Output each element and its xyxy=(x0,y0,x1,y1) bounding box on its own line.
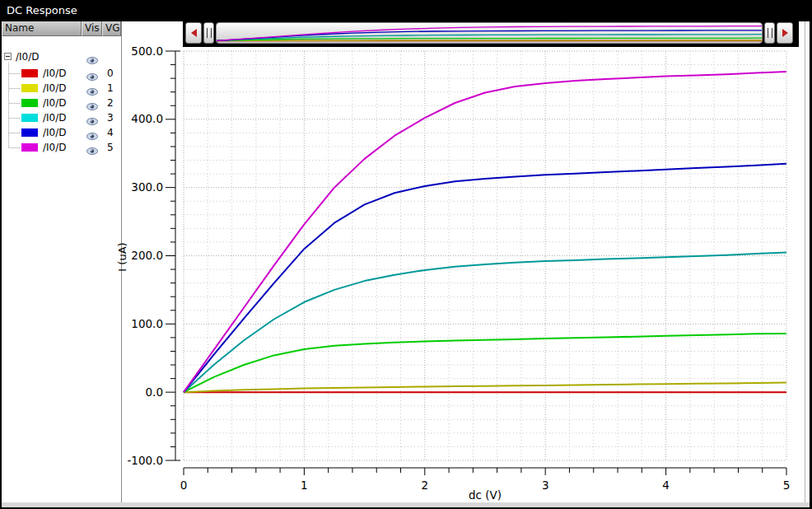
scroll-left-grip[interactable] xyxy=(203,22,214,44)
pane-right-margin xyxy=(805,21,810,502)
pan-overview-thumbnail[interactable] xyxy=(216,22,763,44)
signal-name[interactable]: /I0/D xyxy=(43,112,67,124)
x-tick-label: 1 xyxy=(301,479,308,492)
plot-pane: 500.0400.0300.0200.0100.00.0-100.0012345… xyxy=(122,21,805,502)
tree-connector xyxy=(9,133,20,133)
y-tick-label: 0.0 xyxy=(146,385,163,399)
signal-row[interactable]: /I0/D 3 xyxy=(2,110,121,125)
signal-name[interactable]: /I0/D xyxy=(43,68,67,79)
curve-vgs-4[interactable] xyxy=(184,164,786,393)
waveform-plot: 500.0400.0300.0200.0100.00.0-100.0012345… xyxy=(122,47,805,502)
window-title: DC Response xyxy=(0,0,812,21)
signal-group-name[interactable]: /I0/D xyxy=(16,51,40,63)
x-tick-label: 5 xyxy=(783,479,791,492)
color-swatch[interactable] xyxy=(21,84,38,92)
dc-response-window: DC Response Name Vis VGS /I0/D xyxy=(0,0,812,509)
vgs-value: 4 xyxy=(107,127,114,138)
color-swatch[interactable] xyxy=(21,128,38,137)
x-tick-label: 0 xyxy=(180,479,188,492)
vgs-value: 2 xyxy=(107,97,114,109)
x-tick-label: 2 xyxy=(422,479,429,492)
y-tick-label: -100.0 xyxy=(127,454,163,467)
column-header-vis[interactable]: Vis xyxy=(82,21,102,36)
signal-name[interactable]: /I0/D xyxy=(43,82,67,94)
y-tick-label: 500.0 xyxy=(131,47,163,58)
signal-name[interactable]: /I0/D xyxy=(43,142,67,153)
vgs-value: 3 xyxy=(107,112,114,124)
grip-icon xyxy=(768,28,772,38)
curve-vgs-1[interactable] xyxy=(184,383,786,393)
scroll-right-button[interactable] xyxy=(777,22,793,44)
tree-connector xyxy=(9,118,20,119)
x-tick-label: 3 xyxy=(542,479,549,492)
color-swatch[interactable] xyxy=(21,143,38,152)
eye-icon[interactable] xyxy=(86,99,99,108)
y-tick-label: 100.0 xyxy=(131,317,163,330)
color-swatch[interactable] xyxy=(21,114,38,122)
curve-vgs-3[interactable] xyxy=(184,252,786,392)
pan-scrollbar xyxy=(185,22,793,44)
collapse-icon[interactable] xyxy=(4,53,12,60)
eye-icon[interactable] xyxy=(86,69,99,78)
signal-name[interactable]: /I0/D xyxy=(43,127,67,138)
color-swatch[interactable] xyxy=(21,69,38,77)
signal-name[interactable]: /I0/D xyxy=(43,97,67,109)
signal-panel: Name Vis VGS /I0/D /I0/D xyxy=(2,21,121,502)
y-tick-label: 400.0 xyxy=(131,112,163,125)
signal-group-row[interactable]: /I0/D xyxy=(2,49,121,64)
vgs-value: 1 xyxy=(107,82,114,94)
mini-curve-vgs-1 xyxy=(217,40,762,41)
eye-icon[interactable] xyxy=(86,84,99,93)
x-tick-label: 4 xyxy=(662,479,670,492)
signal-row[interactable]: /I0/D 1 xyxy=(2,81,121,96)
vgs-value: 5 xyxy=(107,142,114,153)
signal-tree: /I0/D /I0/D 0 xyxy=(2,36,121,502)
eye-icon[interactable] xyxy=(86,128,99,138)
y-axis-label: I (uA) xyxy=(116,224,129,290)
tree-connector xyxy=(9,147,20,148)
tree-header: Name Vis VGS xyxy=(2,21,121,36)
eye-icon[interactable] xyxy=(86,53,99,62)
tree-connector xyxy=(9,73,20,74)
y-tick-label: 300.0 xyxy=(131,180,163,194)
signal-row[interactable]: /I0/D 2 xyxy=(2,96,121,110)
x-axis-label: dc (V) xyxy=(469,488,502,502)
tree-connector xyxy=(9,88,20,89)
eye-icon[interactable] xyxy=(86,114,99,123)
column-header-name[interactable]: Name xyxy=(2,21,82,36)
y-tick-label: 200.0 xyxy=(131,249,163,262)
signal-row[interactable]: /I0/D 5 xyxy=(2,140,121,155)
column-header-vgs[interactable]: VGS xyxy=(102,21,121,36)
grip-icon xyxy=(207,28,212,38)
vgs-value: 0 xyxy=(107,68,114,79)
status-strip xyxy=(2,502,810,507)
eye-icon[interactable] xyxy=(86,143,99,152)
right-arrow-icon xyxy=(782,29,788,37)
signal-row[interactable]: /I0/D 0 xyxy=(2,66,121,81)
overview-mini-chart xyxy=(217,23,762,43)
left-arrow-icon xyxy=(191,29,197,37)
scroll-left-button[interactable] xyxy=(185,22,202,44)
tree-connector xyxy=(9,103,20,104)
signal-row[interactable]: /I0/D 4 xyxy=(2,125,121,140)
scroll-right-grip[interactable] xyxy=(764,22,775,44)
color-swatch[interactable] xyxy=(21,99,38,107)
